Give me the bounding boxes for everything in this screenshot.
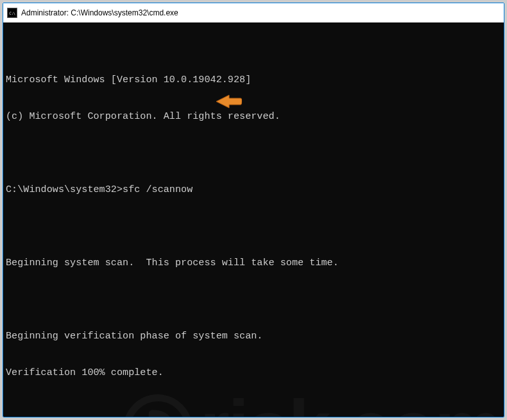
prompt: C:\Windows\system32> — [6, 184, 123, 195]
cmd-icon: C:\ — [7, 8, 17, 18]
titlebar[interactable]: C:\ Administrator: C:\Windows\system32\c… — [3, 3, 504, 22]
console-line — [6, 220, 501, 232]
console-prompt-line: C:\Windows\system32>sfc /scannow — [6, 184, 501, 196]
typed-command: sfc /scannow — [123, 184, 193, 195]
console-line: Microsoft Windows [Version 10.0.19042.92… — [6, 74, 501, 86]
console-line — [6, 293, 501, 306]
console-line: Verification 100% complete. — [6, 367, 501, 379]
console-line: Beginning verification phase of system s… — [6, 330, 501, 342]
console-line — [6, 403, 501, 416]
window-title: Administrator: C:\Windows\system32\cmd.e… — [21, 8, 178, 17]
console-line: (c) Microsoft Corporation. All rights re… — [6, 110, 501, 123]
cmd-window: C:\ Administrator: C:\Windows\system32\c… — [3, 3, 504, 417]
console-output[interactable]: risk.com Microsoft Windows [Version 10.0… — [3, 22, 504, 417]
console-line — [6, 147, 501, 159]
console-line: Beginning system scan. This process will… — [6, 257, 501, 269]
